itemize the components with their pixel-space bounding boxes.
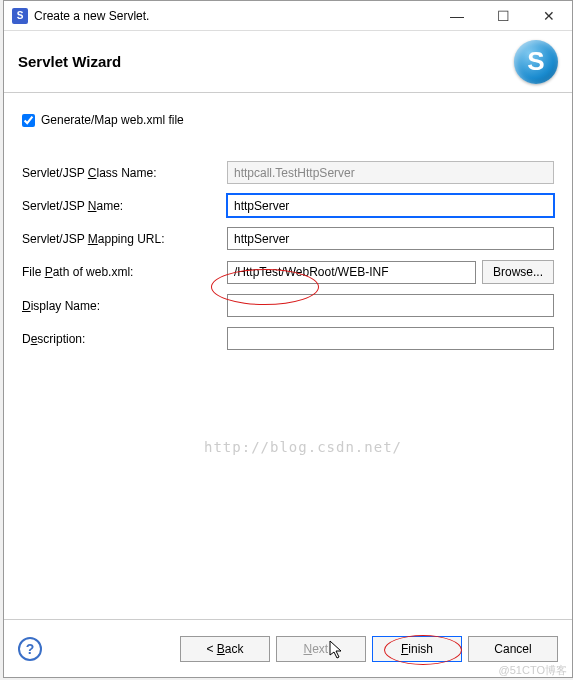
- back-button[interactable]: < Back: [180, 636, 270, 662]
- close-button[interactable]: ✕: [526, 1, 572, 31]
- wizard-footer: ? < Back Next > Finish Cancel: [4, 619, 572, 677]
- browse-button[interactable]: Browse...: [482, 260, 554, 284]
- titlebar-text: Create a new Servlet.: [34, 9, 434, 23]
- wizard-icon: S: [514, 40, 558, 84]
- wizard-title: Servlet Wizard: [18, 53, 514, 70]
- help-icon[interactable]: ?: [18, 637, 42, 661]
- minimize-button[interactable]: —: [434, 1, 480, 31]
- wizard-banner: Servlet Wizard S: [4, 31, 572, 93]
- titlebar: S Create a new Servlet. — ☐ ✕: [4, 1, 572, 31]
- servlet-name-label: Servlet/JSP Name:: [22, 199, 227, 213]
- finish-button[interactable]: Finish: [372, 636, 462, 662]
- generate-webxml-checkbox[interactable]: [22, 114, 35, 127]
- generate-webxml-label: Generate/Map web.xml file: [41, 113, 184, 127]
- display-name-label: Display Name:: [22, 299, 227, 313]
- cancel-button[interactable]: Cancel: [468, 636, 558, 662]
- mapping-url-input[interactable]: [227, 227, 554, 250]
- servlet-name-input[interactable]: [227, 194, 554, 217]
- class-name-label: Servlet/JSP Class Name:: [22, 166, 227, 180]
- description-input[interactable]: [227, 327, 554, 350]
- webxml-path-label: File Path of web.xml:: [22, 265, 227, 279]
- class-name-input: [227, 161, 554, 184]
- form-content: Generate/Map web.xml file Servlet/JSP Cl…: [4, 93, 572, 619]
- watermark-text: http://blog.csdn.net/: [204, 439, 402, 455]
- mapping-url-label: Servlet/JSP Mapping URL:: [22, 232, 227, 246]
- next-button: Next >: [276, 636, 366, 662]
- webxml-path-input[interactable]: [227, 261, 476, 284]
- maximize-button[interactable]: ☐: [480, 1, 526, 31]
- description-label: Description:: [22, 332, 227, 346]
- app-icon: S: [12, 8, 28, 24]
- display-name-input[interactable]: [227, 294, 554, 317]
- dialog-window: S Create a new Servlet. — ☐ ✕ Servlet Wi…: [3, 0, 573, 678]
